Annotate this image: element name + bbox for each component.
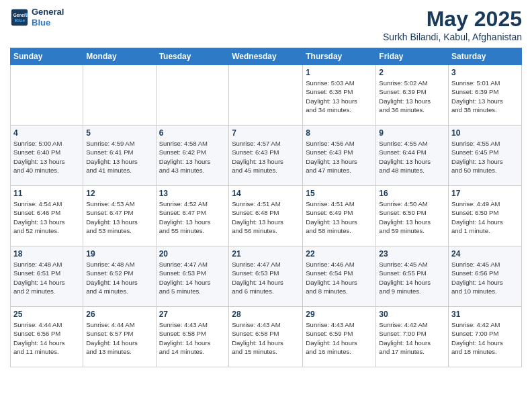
calendar-day-21: 21Sunrise: 4:47 AM Sunset: 6:53 PM Dayli… xyxy=(229,246,303,307)
day-number: 3 xyxy=(451,68,519,77)
day-info: Sunrise: 4:57 AM Sunset: 6:43 PM Dayligh… xyxy=(232,139,300,175)
day-number: 12 xyxy=(86,189,152,198)
calendar-empty-cell xyxy=(229,65,303,126)
day-info: Sunrise: 5:00 AM Sunset: 6:40 PM Dayligh… xyxy=(13,139,80,175)
day-info: Sunrise: 4:52 AM Sunset: 6:47 PM Dayligh… xyxy=(159,199,226,235)
day-number: 24 xyxy=(451,249,519,259)
calendar-empty-cell xyxy=(11,65,83,126)
calendar-empty-cell xyxy=(83,65,156,126)
day-info: Sunrise: 4:43 AM Sunset: 6:58 PM Dayligh… xyxy=(159,320,226,356)
day-info: Sunrise: 5:01 AM Sunset: 6:39 PM Dayligh… xyxy=(451,79,519,114)
calendar-day-15: 15Sunrise: 4:51 AM Sunset: 6:49 PM Dayli… xyxy=(303,186,376,246)
title-section: May 2025 Surkh Bilandi, Kabul, Afghanist… xyxy=(383,7,522,42)
day-number: 22 xyxy=(306,249,373,259)
day-number: 21 xyxy=(232,249,300,259)
day-info: Sunrise: 4:55 AM Sunset: 6:44 PM Dayligh… xyxy=(379,139,445,175)
day-info: Sunrise: 4:46 AM Sunset: 6:54 PM Dayligh… xyxy=(306,260,373,295)
day-info: Sunrise: 4:47 AM Sunset: 6:53 PM Dayligh… xyxy=(232,260,300,295)
day-info: Sunrise: 4:43 AM Sunset: 6:59 PM Dayligh… xyxy=(306,320,373,356)
day-number: 1 xyxy=(306,68,373,77)
day-info: Sunrise: 4:44 AM Sunset: 6:57 PM Dayligh… xyxy=(86,320,152,356)
day-number: 14 xyxy=(232,189,300,198)
calendar-day-25: 25Sunrise: 4:44 AM Sunset: 6:56 PM Dayli… xyxy=(11,307,83,367)
calendar-day-4: 4Sunrise: 5:00 AM Sunset: 6:40 PM Daylig… xyxy=(11,126,83,186)
weekday-header-row: SundayMondayTuesdayWednesdayThursdayFrid… xyxy=(11,48,522,65)
month-title: May 2025 xyxy=(383,7,522,32)
calendar-day-18: 18Sunrise: 4:48 AM Sunset: 6:51 PM Dayli… xyxy=(11,246,83,307)
svg-text:Blue: Blue xyxy=(15,17,26,23)
day-info: Sunrise: 5:02 AM Sunset: 6:39 PM Dayligh… xyxy=(379,79,445,114)
day-info: Sunrise: 5:03 AM Sunset: 6:38 PM Dayligh… xyxy=(306,79,373,114)
day-info: Sunrise: 4:53 AM Sunset: 6:47 PM Dayligh… xyxy=(86,199,152,235)
day-info: Sunrise: 4:43 AM Sunset: 6:58 PM Dayligh… xyxy=(232,320,300,356)
day-number: 8 xyxy=(306,128,373,138)
day-info: Sunrise: 4:44 AM Sunset: 6:56 PM Dayligh… xyxy=(13,320,80,356)
day-info: Sunrise: 4:59 AM Sunset: 6:41 PM Dayligh… xyxy=(86,139,152,175)
calendar-day-28: 28Sunrise: 4:43 AM Sunset: 6:58 PM Dayli… xyxy=(229,307,303,367)
day-number: 4 xyxy=(13,128,80,138)
day-number: 17 xyxy=(451,189,519,198)
day-number: 26 xyxy=(86,310,152,319)
calendar-day-13: 13Sunrise: 4:52 AM Sunset: 6:47 PM Dayli… xyxy=(156,186,229,246)
day-number: 20 xyxy=(159,249,226,259)
calendar-day-5: 5Sunrise: 4:59 AM Sunset: 6:41 PM Daylig… xyxy=(83,126,156,186)
calendar-day-1: 1Sunrise: 5:03 AM Sunset: 6:38 PM Daylig… xyxy=(303,65,376,126)
calendar-day-17: 17Sunrise: 4:49 AM Sunset: 6:50 PM Dayli… xyxy=(449,186,522,246)
calendar-day-22: 22Sunrise: 4:46 AM Sunset: 6:54 PM Dayli… xyxy=(303,246,376,307)
calendar-week-row: 18Sunrise: 4:48 AM Sunset: 6:51 PM Dayli… xyxy=(11,246,522,307)
day-number: 18 xyxy=(13,249,80,259)
weekday-header-wednesday: Wednesday xyxy=(229,48,303,65)
day-info: Sunrise: 4:42 AM Sunset: 7:00 PM Dayligh… xyxy=(451,320,519,356)
day-number: 11 xyxy=(13,189,80,198)
page-header: General Blue General Blue May 2025 Surkh… xyxy=(10,7,522,42)
day-info: Sunrise: 4:51 AM Sunset: 6:49 PM Dayligh… xyxy=(306,199,373,235)
day-number: 25 xyxy=(13,310,80,319)
day-number: 27 xyxy=(159,310,226,319)
calendar-day-26: 26Sunrise: 4:44 AM Sunset: 6:57 PM Dayli… xyxy=(83,307,156,367)
day-info: Sunrise: 4:45 AM Sunset: 6:56 PM Dayligh… xyxy=(451,260,519,295)
calendar-day-29: 29Sunrise: 4:43 AM Sunset: 6:59 PM Dayli… xyxy=(303,307,376,367)
weekday-header-tuesday: Tuesday xyxy=(156,48,229,65)
calendar-day-12: 12Sunrise: 4:53 AM Sunset: 6:47 PM Dayli… xyxy=(83,186,156,246)
day-info: Sunrise: 4:45 AM Sunset: 6:55 PM Dayligh… xyxy=(379,260,445,295)
calendar-day-10: 10Sunrise: 4:55 AM Sunset: 6:45 PM Dayli… xyxy=(449,126,522,186)
weekday-header-sunday: Sunday xyxy=(11,48,83,65)
day-number: 23 xyxy=(379,249,445,259)
calendar-day-27: 27Sunrise: 4:43 AM Sunset: 6:58 PM Dayli… xyxy=(156,307,229,367)
day-number: 13 xyxy=(159,189,226,198)
weekday-header-saturday: Saturday xyxy=(449,48,522,65)
calendar-day-24: 24Sunrise: 4:45 AM Sunset: 6:56 PM Dayli… xyxy=(449,246,522,307)
day-info: Sunrise: 4:50 AM Sunset: 6:50 PM Dayligh… xyxy=(379,199,445,235)
calendar-day-6: 6Sunrise: 4:58 AM Sunset: 6:42 PM Daylig… xyxy=(156,126,229,186)
logo-text: General Blue xyxy=(32,7,64,28)
calendar-day-14: 14Sunrise: 4:51 AM Sunset: 6:48 PM Dayli… xyxy=(229,186,303,246)
day-number: 19 xyxy=(86,249,152,259)
calendar-day-7: 7Sunrise: 4:57 AM Sunset: 6:43 PM Daylig… xyxy=(229,126,303,186)
calendar-day-31: 31Sunrise: 4:42 AM Sunset: 7:00 PM Dayli… xyxy=(449,307,522,367)
calendar-table: SundayMondayTuesdayWednesdayThursdayFrid… xyxy=(10,48,522,367)
day-number: 30 xyxy=(379,310,445,319)
day-number: 9 xyxy=(379,128,445,138)
day-number: 2 xyxy=(379,68,445,77)
day-number: 31 xyxy=(451,310,519,319)
day-info: Sunrise: 4:42 AM Sunset: 7:00 PM Dayligh… xyxy=(379,320,445,356)
weekday-header-monday: Monday xyxy=(83,48,156,65)
day-info: Sunrise: 4:48 AM Sunset: 6:52 PM Dayligh… xyxy=(86,260,152,295)
day-number: 28 xyxy=(232,310,300,319)
calendar-week-row: 25Sunrise: 4:44 AM Sunset: 6:56 PM Dayli… xyxy=(11,307,522,367)
day-number: 10 xyxy=(451,128,519,138)
day-number: 6 xyxy=(159,128,226,138)
day-number: 16 xyxy=(379,189,445,198)
day-info: Sunrise: 4:49 AM Sunset: 6:50 PM Dayligh… xyxy=(451,199,519,235)
day-info: Sunrise: 4:55 AM Sunset: 6:45 PM Dayligh… xyxy=(451,139,519,175)
calendar-week-row: 11Sunrise: 4:54 AM Sunset: 6:46 PM Dayli… xyxy=(11,186,522,246)
calendar-day-23: 23Sunrise: 4:45 AM Sunset: 6:55 PM Dayli… xyxy=(376,246,449,307)
day-info: Sunrise: 4:58 AM Sunset: 6:42 PM Dayligh… xyxy=(159,139,226,175)
calendar-day-3: 3Sunrise: 5:01 AM Sunset: 6:39 PM Daylig… xyxy=(449,65,522,126)
logo-icon: General Blue xyxy=(10,8,29,27)
day-number: 29 xyxy=(306,310,373,319)
calendar-day-20: 20Sunrise: 4:47 AM Sunset: 6:53 PM Dayli… xyxy=(156,246,229,307)
calendar-day-9: 9Sunrise: 4:55 AM Sunset: 6:44 PM Daylig… xyxy=(376,126,449,186)
location-subtitle: Surkh Bilandi, Kabul, Afghanistan xyxy=(383,32,522,42)
day-number: 5 xyxy=(86,128,152,138)
